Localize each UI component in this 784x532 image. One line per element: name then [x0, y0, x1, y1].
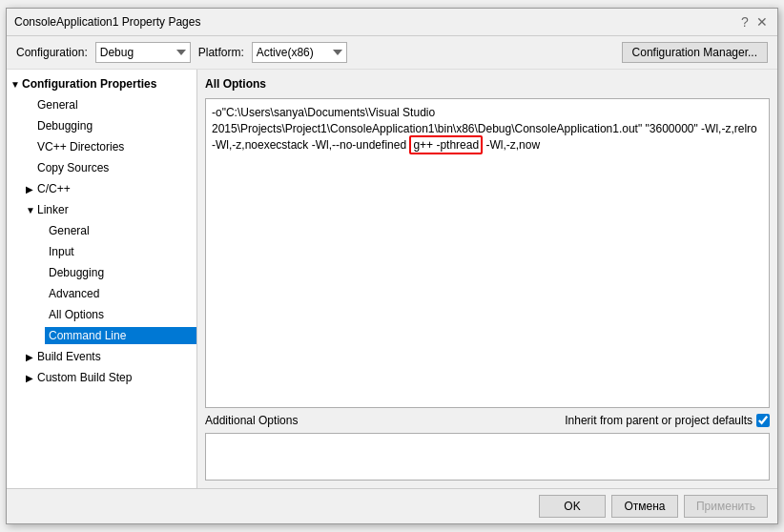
additional-options-box[interactable]: [205, 433, 770, 481]
tree-label-cpp: ▶C/C++: [22, 180, 196, 197]
tree-label-linker: ▼Linker: [22, 201, 196, 218]
tree-root-label: Configuration Properties: [22, 77, 156, 91]
tree-label-build-events: ▶Build Events: [22, 348, 196, 365]
tree-label-custom-build-step: ▶Custom Build Step: [22, 369, 196, 386]
options-text: -o"C:\Users\sanya\Documents\Visual Studi…: [206, 99, 769, 407]
config-row: Configuration: Debug Platform: Active(x8…: [7, 36, 777, 70]
config-select[interactable]: Debug: [95, 42, 191, 63]
dialog-title: ConsoleApplication1 Property Pages: [14, 15, 200, 29]
platform-select[interactable]: Active(x86): [252, 42, 347, 63]
tree-label-linker-all-options: All Options: [45, 306, 196, 323]
config-label: Configuration:: [16, 46, 88, 59]
tree-item-custom-build-step[interactable]: ▶Custom Build Step: [7, 367, 196, 388]
tree-label-general-top: General: [33, 96, 196, 113]
inherit-text: Inherit from parent or project defaults: [565, 414, 753, 427]
options-text-after: -Wl,-z,now: [483, 138, 540, 152]
tree-item-linker[interactable]: ▼Linker: [7, 199, 196, 220]
additional-label: Additional Options: [205, 414, 298, 427]
tree-item-linker-advanced[interactable]: Advanced: [7, 283, 196, 304]
inherit-label: Inherit from parent or project defaults: [565, 414, 770, 427]
help-button[interactable]: ?: [737, 14, 753, 30]
config-manager-button[interactable]: Configuration Manager...: [622, 42, 768, 63]
additional-row: Additional Options Inherit from parent o…: [205, 414, 770, 427]
linker-expand-icon: ▼: [26, 205, 35, 215]
tree-item-copy-sources[interactable]: Copy Sources: [7, 157, 196, 178]
tree-item-linker-command-line[interactable]: Command Line: [7, 325, 196, 346]
right-panel: All Options -o"C:\Users\sanya\Documents\…: [197, 70, 777, 488]
options-highlight: g++ -pthread: [409, 135, 483, 154]
main-content: ▼ Configuration Properties General Debug…: [7, 70, 777, 488]
property-pages-dialog: ConsoleApplication1 Property Pages ? ✕ C…: [6, 8, 778, 524]
root-expand-icon: ▼: [10, 79, 20, 90]
tree-label-debugging-top: Debugging: [33, 117, 196, 134]
cpp-expand-icon: ▶: [26, 184, 35, 194]
tree-label-vc-directories: VC++ Directories: [33, 138, 196, 155]
apply-button[interactable]: Применить: [684, 495, 768, 518]
tree-label-linker-general: General: [45, 222, 196, 239]
platform-label: Platform:: [198, 46, 244, 59]
tree-panel: ▼ Configuration Properties General Debug…: [7, 70, 197, 488]
tree-item-linker-input[interactable]: Input: [7, 241, 196, 262]
tree-label-linker-debugging: Debugging: [45, 264, 196, 281]
tree-root[interactable]: ▼ Configuration Properties: [7, 73, 196, 94]
tree-item-linker-all-options[interactable]: All Options: [7, 304, 196, 325]
section-title: All Options: [205, 77, 770, 91]
tree-item-cpp[interactable]: ▶C/C++: [7, 178, 196, 199]
title-buttons: ? ✕: [737, 14, 770, 30]
close-button[interactable]: ✕: [754, 14, 770, 30]
build-events-expand-icon: ▶: [26, 352, 35, 362]
tree-label-copy-sources: Copy Sources: [33, 159, 196, 176]
custom-build-expand-icon: ▶: [26, 373, 35, 383]
tree-label-linker-advanced: Advanced: [45, 285, 196, 302]
ok-button[interactable]: OK: [539, 495, 606, 518]
cancel-button[interactable]: Отмена: [611, 495, 678, 518]
tree-item-general-top[interactable]: General: [7, 94, 196, 115]
tree-item-build-events[interactable]: ▶Build Events: [7, 346, 196, 367]
tree-item-vc-directories[interactable]: VC++ Directories: [7, 136, 196, 157]
title-bar: ConsoleApplication1 Property Pages ? ✕: [7, 9, 777, 36]
tree-item-linker-general[interactable]: General: [7, 220, 196, 241]
tree-label-linker-command-line: Command Line: [45, 327, 196, 344]
options-box: -o"C:\Users\sanya\Documents\Visual Studi…: [205, 98, 770, 408]
dialog-footer: OK Отмена Применить: [7, 488, 777, 523]
tree-label-linker-input: Input: [45, 243, 196, 260]
tree-item-linker-debugging[interactable]: Debugging: [7, 262, 196, 283]
inherit-checkbox[interactable]: [756, 414, 770, 427]
tree-item-debugging-top[interactable]: Debugging: [7, 115, 196, 136]
